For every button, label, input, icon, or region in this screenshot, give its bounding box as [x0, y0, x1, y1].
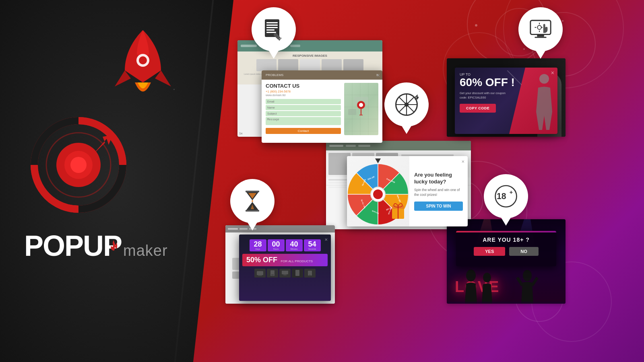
click-icon-bubble — [518, 7, 563, 51]
svg-text:+: + — [173, 88, 175, 91]
timer-icon-bubble — [230, 179, 275, 223]
spin-wheel-area: 10% Off Free Ship 50% Off No luck 5% Off… — [347, 156, 409, 226]
spinner-description: Spin the wheel and win one of the cool p… — [414, 188, 463, 197]
wheel-icon — [394, 93, 419, 117]
contact-phone: +1 (800) 234-5678 — [266, 90, 341, 93]
form-icon-bubble — [252, 7, 296, 51]
svg-rect-73 — [282, 271, 288, 274]
email-field[interactable] — [266, 99, 341, 104]
svg-rect-59 — [535, 37, 546, 38]
contact-popup-header: PROBLEMS × — [262, 70, 382, 80]
countdown-offer: 50% OFF — [246, 256, 277, 264]
age-verification-popup: ARE YOU 18+ ? YES NO — [456, 231, 556, 266]
age-icon-bubble: 18 + — [484, 174, 528, 218]
svg-rect-70 — [258, 275, 262, 276]
countdown-offer-detail: FOR ALL PRODUCTS — [281, 259, 313, 263]
svg-point-1 — [139, 56, 147, 64]
contact-close-button[interactable]: × — [377, 72, 380, 78]
svg-rect-14 — [266, 27, 278, 28]
message-field[interactable] — [266, 117, 341, 125]
spin-text-area: × Are you feeling lucky today? Spin the … — [409, 156, 468, 226]
svg-marker-53 — [375, 158, 381, 163]
svg-point-10 — [70, 157, 87, 173]
name-field[interactable] — [266, 105, 341, 110]
discount-percent: 60% OFF ! — [460, 77, 515, 88]
brand-logo: POPUP maker — [24, 229, 168, 262]
countdown-hours: 00 Hours — [268, 239, 285, 251]
svg-text:18: 18 — [497, 191, 506, 201]
svg-rect-69 — [257, 271, 263, 275]
svg-line-84 — [517, 278, 522, 286]
svg-point-81 — [466, 269, 476, 282]
copy-code-button[interactable]: COPY CODE — [460, 104, 496, 113]
click-icon — [528, 17, 553, 41]
svg-point-68 — [252, 200, 253, 202]
brand-popup-text: POPUP — [24, 229, 122, 262]
brand-maker-text: maker — [123, 242, 168, 259]
svg-rect-75 — [295, 270, 299, 276]
svg-point-44 — [373, 189, 383, 199]
age-no-button[interactable]: NO — [509, 247, 539, 256]
countdown-days: 28 Days — [250, 239, 266, 251]
countdown-seconds: 54 Seconds — [304, 239, 321, 251]
subject-field[interactable] — [266, 111, 341, 116]
svg-rect-15 — [266, 29, 275, 31]
svg-rect-16 — [266, 32, 276, 33]
svg-rect-26 — [348, 109, 356, 115]
wheel-icon-bubble — [384, 82, 429, 127]
discount-close-button[interactable]: × — [551, 70, 554, 76]
spinner-question: Are you feeling lucky today? — [414, 172, 463, 185]
svg-rect-13 — [266, 25, 278, 26]
svg-point-65 — [539, 74, 549, 84]
svg-point-60 — [537, 25, 541, 29]
age-yes-button[interactable]: YES — [474, 247, 505, 256]
contact-submit-button[interactable]: Contact — [266, 128, 341, 134]
timer-icon — [240, 189, 264, 213]
svg-rect-72 — [271, 274, 274, 276]
svg-point-82 — [483, 273, 491, 282]
contact-popup: × PROBLEMS × CONTACT US +1 (800) 234-567… — [262, 70, 382, 143]
discount-popup: UP TO 60% OFF ! Get your discount with o… — [455, 68, 557, 134]
target-graphic — [30, 117, 127, 215]
svg-rect-58 — [537, 35, 544, 37]
svg-rect-74 — [283, 274, 287, 276]
svg-line-85 — [532, 278, 537, 286]
svg-point-83 — [523, 270, 532, 281]
rocket-graphic: ✦ ✦ + + — [109, 22, 177, 108]
spin-button[interactable]: SPIN TO WIN — [414, 202, 463, 211]
svg-point-77 — [310, 275, 311, 276]
svg-point-28 — [359, 103, 363, 107]
svg-rect-12 — [266, 22, 278, 23]
form-icon — [262, 17, 286, 41]
discount-description: Get your discount with our coupon code: … — [460, 91, 512, 100]
spinner-popup: 10% Off Free Ship 50% Off No luck 5% Off… — [347, 156, 468, 226]
spinner-close[interactable]: × — [461, 158, 464, 165]
age-question: ARE YOU 18+ ? — [462, 237, 551, 243]
brand-fire-icon — [109, 239, 118, 252]
contact-title: CONTACT US — [266, 83, 341, 89]
map-placeholder — [344, 83, 378, 135]
svg-rect-67 — [246, 210, 259, 212]
contact-website: www.domain.tld — [266, 94, 341, 97]
countdown-minutes: 40 Minutes — [286, 239, 303, 251]
svg-rect-66 — [246, 191, 259, 192]
age-icon: 18 + — [494, 184, 518, 208]
svg-text:+: + — [510, 189, 513, 195]
svg-rect-86 — [447, 302, 566, 304]
countdown-popup: × 28 Days 00 Hours 40 Minutes 54 Seconds — [239, 234, 331, 301]
svg-rect-57 — [530, 21, 551, 35]
countdown-close-button[interactable]: × — [324, 237, 328, 243]
